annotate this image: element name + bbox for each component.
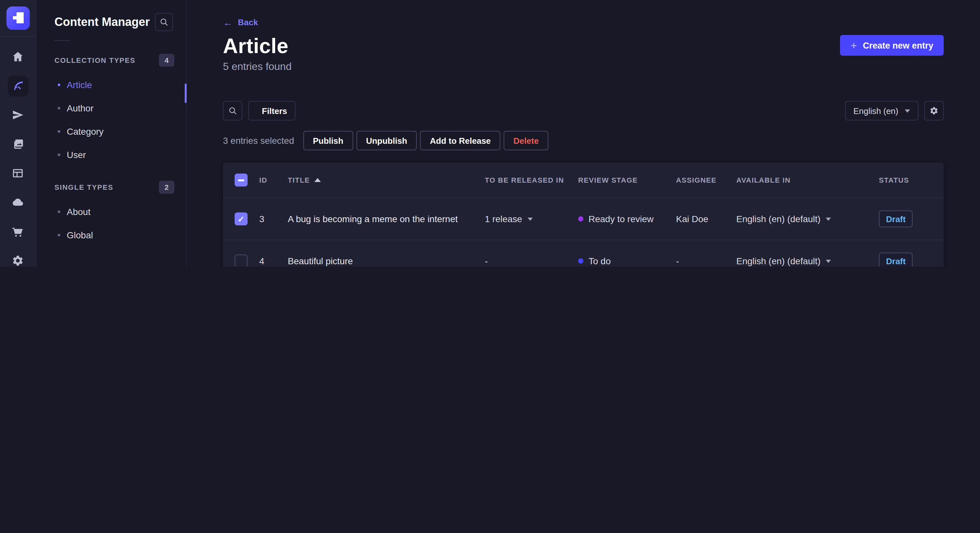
entries-table: ID TITLE TO BE RELEASED IN REVIEW STAGE … — [223, 163, 944, 266]
section-label-single-types: SINGLE TYPES — [54, 183, 113, 191]
search-icon — [159, 17, 169, 27]
create-new-entry-button[interactable]: + Create new entry — [840, 35, 944, 56]
column-header-id[interactable]: ID — [259, 176, 288, 184]
images-icon — [12, 138, 24, 150]
table-row[interactable]: 4 Beautiful picture - To do - English (e… — [223, 240, 944, 266]
rail-nav — [0, 37, 36, 266]
column-header-assignee[interactable]: ASSIGNEE — [676, 176, 736, 184]
status-badge: Draft — [879, 211, 913, 227]
layout-icon — [12, 167, 24, 179]
sidebar-item-author[interactable]: Author — [36, 97, 186, 120]
sidebar-item-about[interactable]: About — [36, 200, 186, 224]
column-header-review-stage[interactable]: REVIEW STAGE — [578, 176, 676, 184]
cart-icon — [12, 225, 24, 238]
sidebar-item-user[interactable]: User — [36, 143, 186, 167]
feather-icon — [12, 80, 24, 92]
nav-settings[interactable] — [0, 246, 36, 266]
logo-area — [0, 0, 36, 37]
table-header-row: ID TITLE TO BE RELEASED IN REVIEW STAGE … — [223, 163, 944, 198]
cell-id: 3 — [259, 214, 288, 224]
nav-marketplace[interactable] — [0, 217, 36, 246]
chevron-down-icon — [826, 217, 831, 220]
chevron-down-icon — [905, 109, 910, 113]
strapi-logo[interactable] — [6, 6, 30, 30]
cell-assignee: - — [676, 256, 736, 266]
selection-count-text: 3 entries selected — [223, 135, 294, 146]
sidebar-item-category[interactable]: Category — [36, 120, 186, 143]
gear-icon — [929, 106, 939, 115]
column-header-title[interactable]: TITLE — [288, 176, 485, 184]
locale-select[interactable]: English (en) — [845, 101, 918, 121]
bullet-icon — [58, 234, 60, 236]
content-manager-subnav: Content Manager COLLECTION TYPES 4 Artic… — [36, 0, 187, 266]
cell-available-in[interactable]: English (en) (default) — [736, 256, 879, 266]
publish-button[interactable]: Publish — [303, 131, 353, 150]
row-checkbox[interactable] — [235, 213, 248, 225]
nav-media-library[interactable] — [0, 130, 36, 159]
entries-count-text: 5 entries found — [223, 61, 944, 73]
cloud-icon — [12, 196, 24, 209]
cell-id: 4 — [259, 256, 288, 266]
subnav-search-button[interactable] — [155, 13, 173, 31]
stage-dot-icon — [578, 259, 583, 263]
nav-content-type-builder[interactable] — [0, 159, 36, 188]
chevron-down-icon — [826, 259, 831, 263]
single-types-list: About Global — [36, 198, 186, 249]
home-icon — [12, 51, 24, 63]
search-button[interactable] — [223, 101, 242, 121]
add-to-release-button[interactable]: Add to Release — [420, 131, 500, 150]
plus-icon: + — [851, 40, 857, 51]
cell-title: Beautiful picture — [288, 256, 485, 266]
strapi-admin: KD Content Manager COLLECTION TYPES 4 Ar… — [0, 0, 980, 266]
sort-asc-icon — [314, 178, 321, 182]
collection-types-count-badge: 4 — [159, 54, 174, 67]
bullet-icon — [58, 130, 60, 133]
cell-assignee: Kai Doe — [676, 214, 736, 224]
search-icon — [228, 106, 237, 115]
gear-icon — [12, 254, 24, 266]
cell-released-in[interactable]: 1 release — [485, 214, 578, 224]
section-label-collection-types: COLLECTION TYPES — [54, 56, 135, 64]
chevron-down-icon — [527, 217, 533, 220]
sidebar-item-article[interactable]: Article — [36, 73, 186, 97]
bullet-icon — [58, 107, 60, 109]
single-types-count-badge: 2 — [159, 181, 174, 194]
main-content: ← Back Article + Create new entry 5 entr… — [187, 0, 980, 266]
cell-title: A bug is becoming a meme on the internet — [288, 214, 485, 224]
bullet-icon — [58, 211, 60, 213]
nav-releases[interactable] — [0, 100, 36, 130]
nav-home[interactable] — [0, 42, 36, 71]
column-header-status[interactable]: STATUS — [879, 176, 944, 184]
cell-status: Draft — [879, 252, 944, 266]
column-header-available-in[interactable]: AVAILABLE IN — [736, 176, 879, 184]
view-settings-button[interactable] — [924, 101, 944, 121]
paper-plane-icon — [12, 109, 24, 121]
table-row[interactable]: 3 A bug is becoming a meme on the intern… — [223, 198, 944, 240]
nav-content-manager[interactable] — [0, 71, 36, 100]
main-nav-rail: KD — [0, 0, 36, 266]
bullet-icon — [58, 154, 60, 156]
subnav-title: Content Manager — [54, 15, 150, 29]
status-badge: Draft — [879, 252, 913, 266]
nav-cloud[interactable] — [0, 188, 36, 217]
cell-status: Draft — [879, 211, 944, 227]
unpublish-button[interactable]: Unpublish — [356, 131, 417, 150]
cell-review-stage: To do — [578, 256, 676, 266]
bullet-icon — [58, 84, 60, 86]
cell-available-in[interactable]: English (en) (default) — [736, 214, 879, 224]
cell-released-in: - — [485, 256, 578, 266]
column-header-released[interactable]: TO BE RELEASED IN — [485, 176, 578, 184]
strapi-logo-glyph — [13, 12, 24, 23]
cell-review-stage: Ready to review — [578, 214, 676, 224]
active-tile — [8, 75, 28, 96]
select-all-checkbox[interactable] — [235, 174, 248, 187]
arrow-left-icon: ← — [223, 17, 233, 27]
filters-button[interactable]: Filters — [248, 101, 296, 121]
subnav-divider — [54, 40, 70, 41]
delete-button[interactable]: Delete — [504, 131, 548, 150]
row-checkbox[interactable] — [235, 254, 248, 266]
back-link[interactable]: ← Back — [223, 17, 258, 27]
page-title: Article — [223, 34, 288, 58]
sidebar-item-global[interactable]: Global — [36, 224, 186, 247]
stage-dot-icon — [578, 216, 583, 222]
